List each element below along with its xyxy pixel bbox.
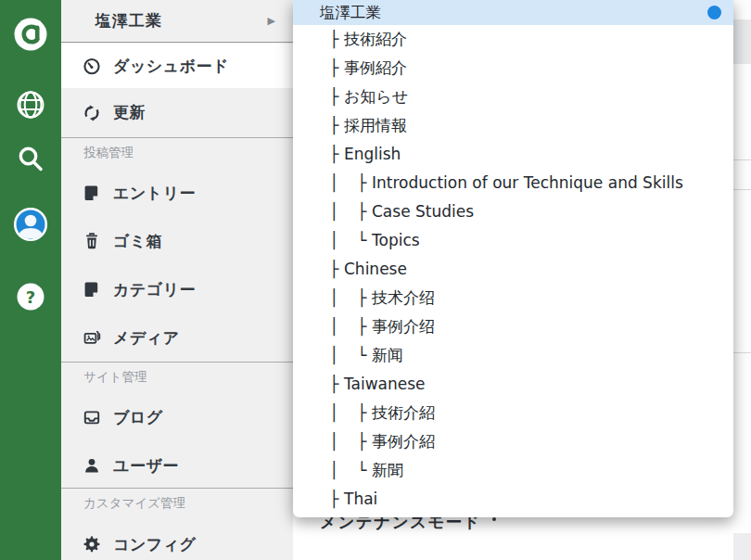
tree-branch-glyph: ├ <box>329 255 344 284</box>
tree-item[interactable]: ├技術紹介 <box>293 25 733 54</box>
tree-item-label: 採用情報 <box>344 116 407 134</box>
tree-branch-glyph: └ <box>357 226 372 255</box>
tree-branch-glyph: ├ <box>329 140 344 169</box>
menu-item-media[interactable]: メディア <box>61 313 293 362</box>
search-icon[interactable] <box>16 145 45 178</box>
user-icon <box>83 456 101 475</box>
menu-item-entry[interactable]: エントリー <box>61 169 293 217</box>
menu-item-trash[interactable]: ゴミ箱 <box>61 217 293 265</box>
admin-menu-panel: 塩澤工業 ▶ ダッシュボード 更新 投稿管理 エントリー <box>61 0 293 560</box>
menu-item-label: 更新 <box>113 102 146 123</box>
tree-item[interactable]: │└Topics <box>293 226 733 255</box>
tree-item[interactable]: │├技术介绍 <box>293 284 733 312</box>
tree-item-label: Thai <box>344 490 377 508</box>
tree-item[interactable]: ├事例紹介 <box>293 54 733 83</box>
cms-logo-icon[interactable] <box>14 18 47 55</box>
help-icon[interactable]: ? <box>17 283 45 314</box>
tree-branch-glyph: ├ <box>329 111 344 140</box>
tree-item-label: Introduction of our Technique and Skills <box>372 173 683 192</box>
tree-item[interactable]: │└新聞 <box>293 456 733 485</box>
background-dot <box>492 517 496 521</box>
bg-top-strip <box>733 0 751 19</box>
menu-item-label: ゴミ箱 <box>113 231 162 252</box>
document-icon <box>83 280 101 299</box>
tree-branch-glyph: ├ <box>329 370 344 399</box>
tree-item-label: English <box>344 145 401 163</box>
tree-item[interactable]: ├Chinese <box>293 255 733 284</box>
tree-branch-glyph: ├ <box>357 399 372 427</box>
tree-item[interactable]: │├事例介紹 <box>293 427 733 456</box>
refresh-icon <box>83 104 101 122</box>
chevron-right-icon: ▶ <box>268 15 276 27</box>
tree-pipe-glyph: │ <box>329 312 357 341</box>
gear-icon <box>83 535 101 554</box>
tree-item[interactable]: │└新闻 <box>293 341 733 370</box>
tree-pipe-glyph: │ <box>329 197 357 226</box>
site-switcher[interactable]: 塩澤工業 ▶ <box>61 0 293 43</box>
tree-item-label: 技術介紹 <box>372 403 435 422</box>
tree-item[interactable]: ├Taiwanese <box>293 370 733 399</box>
tree-branch-glyph: ├ <box>357 427 372 456</box>
menu-item-label: メディア <box>113 327 180 349</box>
menu-divider <box>61 137 293 138</box>
tree-item[interactable]: │├Case Studies <box>293 197 733 226</box>
gauge-icon <box>83 57 101 75</box>
media-icon <box>83 328 101 347</box>
menu-divider <box>61 488 293 489</box>
tree-item[interactable]: │├Introduction of our Technique and Skil… <box>293 169 733 197</box>
tree-item-label: 技术介绍 <box>372 288 435 307</box>
tree-pipe-glyph: │ <box>329 427 357 456</box>
tree-item-label: 新闻 <box>372 346 403 364</box>
tree-pipe-glyph: │ <box>329 226 357 255</box>
tree-item-label: 事例介紹 <box>372 432 435 451</box>
flyout-selected-site[interactable]: 塩澤工業 <box>293 0 733 25</box>
bg-row-divider <box>733 159 751 160</box>
bg-topbar-fragment <box>733 19 751 64</box>
bg-row-divider <box>733 352 751 353</box>
bg-content-strip <box>733 64 751 533</box>
tree-branch-glyph: └ <box>357 341 372 370</box>
menu-item-refresh[interactable]: 更新 <box>61 88 293 137</box>
tree-branch-glyph: ├ <box>329 485 344 514</box>
tree-pipe-glyph: │ <box>329 399 357 427</box>
bg-bottom-fragment <box>733 533 751 560</box>
tree-item-label: 事例介绍 <box>372 317 435 336</box>
menu-item-config[interactable]: コンフィグ <box>61 520 293 560</box>
menu-item-label: ユーザー <box>113 455 179 477</box>
tree-branch-glyph: ├ <box>357 197 372 226</box>
tree-branch-glyph: └ <box>357 456 372 485</box>
tree-pipe-glyph: │ <box>329 169 357 197</box>
svg-text:?: ? <box>26 287 35 307</box>
tree-item-label: 新聞 <box>372 461 403 479</box>
tree-branch-glyph: ├ <box>329 54 344 83</box>
menu-item-label: エントリー <box>113 183 196 204</box>
tree-branch-glyph: ├ <box>329 25 344 54</box>
tree-item[interactable]: │├技術介紹 <box>293 399 733 427</box>
tree-item[interactable]: ├採用情報 <box>293 111 733 140</box>
tree-item[interactable]: ├Thai <box>293 485 733 514</box>
menu-section-label: サイト管理 <box>61 363 293 391</box>
site-tree-flyout: 塩澤工業 ├技術紹介 ├事例紹介 ├お知らせ ├採用情報 ├English │├… <box>293 0 733 517</box>
menu-item-dashboard[interactable]: ダッシュボード <box>61 44 293 88</box>
tree-item[interactable]: │├事例介绍 <box>293 312 733 341</box>
globe-icon[interactable] <box>14 88 47 125</box>
current-site-dot <box>707 6 721 19</box>
tree-pipe-glyph: │ <box>329 341 357 370</box>
menu-item-label: コンフィグ <box>113 534 197 555</box>
tree-branch-glyph: ├ <box>357 312 372 341</box>
document-icon <box>83 184 101 202</box>
menu-item-category[interactable]: カテゴリー <box>61 265 293 313</box>
bg-row-divider <box>733 189 751 190</box>
menu-divider <box>61 362 293 363</box>
tree-branch-glyph: ├ <box>357 284 372 312</box>
trash-icon <box>83 232 101 250</box>
tree-pipe-glyph: │ <box>329 284 357 312</box>
tree-item[interactable]: ├お知らせ <box>293 83 733 111</box>
account-avatar[interactable] <box>13 207 48 246</box>
menu-item-user[interactable]: ユーザー <box>61 441 293 490</box>
tree-item[interactable]: ├English <box>293 140 733 169</box>
menu-item-blog[interactable]: ブログ <box>61 393 293 441</box>
tree-branch-glyph: ├ <box>329 83 344 111</box>
tree-item-label: Case Studies <box>372 202 474 221</box>
tree-item-label: 事例紹介 <box>344 58 407 77</box>
